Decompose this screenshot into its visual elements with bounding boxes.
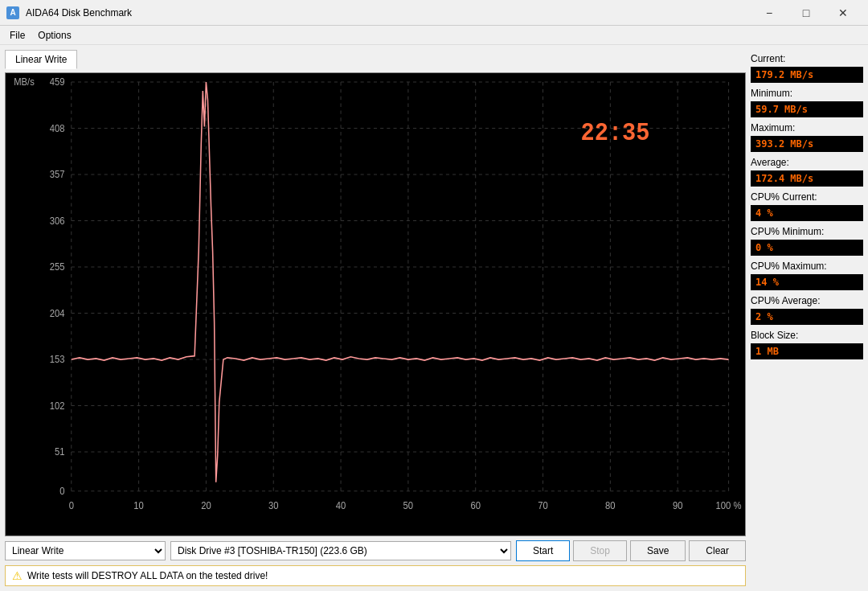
stat-cpu-current-label: CPU% Current:	[751, 191, 863, 203]
svg-text:90: 90	[673, 499, 683, 511]
svg-text:80: 80	[605, 499, 616, 511]
menu-options[interactable]: Options	[31, 28, 77, 43]
warning-text: Write tests will DESTROY ALL DATA on the…	[27, 570, 268, 581]
main-container: Linear Write	[0, 45, 868, 591]
svg-text:20: 20	[201, 499, 211, 511]
svg-text:204: 204	[50, 308, 65, 319]
warning-bar: ⚠ Write tests will DESTROY ALL DATA on t…	[5, 565, 746, 586]
stat-maximum-value: 393.2 MB/s	[751, 136, 863, 152]
svg-text:100 %: 100 %	[716, 499, 742, 511]
minimize-button[interactable]: −	[751, 0, 788, 26]
svg-text:MB/s: MB/s	[14, 76, 35, 87]
svg-text:60: 60	[470, 499, 481, 511]
stat-minimum-label: Minimum:	[751, 88, 863, 99]
window-title: AIDA64 Disk Benchmark	[26, 7, 132, 18]
save-button[interactable]: Save	[630, 540, 686, 561]
stat-block-size-label: Block Size:	[751, 330, 863, 341]
left-panel: Linear Write	[5, 50, 746, 586]
stat-average-value: 172.4 MB/s	[751, 170, 863, 187]
svg-text:50: 50	[403, 499, 414, 511]
svg-text:30: 30	[268, 499, 279, 511]
tab-bar: Linear Write	[5, 50, 746, 69]
test-type-dropdown[interactable]: Linear Write	[5, 541, 166, 560]
svg-text:10: 10	[133, 499, 144, 511]
chart-container: 459 408 357 306 255 204 153 102 51 0 MB/…	[5, 72, 746, 536]
svg-text:22:35: 22:35	[581, 119, 650, 147]
menu-file[interactable]: File	[3, 28, 31, 43]
svg-text:51: 51	[55, 446, 65, 458]
right-panel: Current: 179.2 MB/s Minimum: 59.7 MB/s M…	[751, 50, 863, 586]
svg-text:0: 0	[69, 499, 75, 511]
bottom-controls: Linear Write Disk Drive #3 [TOSHIBA-TR15…	[5, 540, 746, 562]
disk-dropdown[interactable]: Disk Drive #3 [TOSHIBA-TR150] (223.6 GB)	[170, 541, 511, 560]
svg-text:102: 102	[50, 400, 65, 412]
svg-text:70: 70	[538, 499, 548, 511]
stat-maximum-label: Maximum:	[751, 122, 863, 133]
svg-text:40: 40	[336, 499, 346, 511]
tab-linear-write[interactable]: Linear Write	[5, 50, 77, 69]
close-button[interactable]: ✕	[825, 0, 862, 26]
stat-cpu-minimum-label: CPU% Minimum:	[751, 226, 863, 237]
stop-button[interactable]: Stop	[573, 540, 627, 561]
svg-text:408: 408	[50, 123, 65, 133]
title-bar: A AIDA64 Disk Benchmark − □ ✕	[0, 0, 868, 26]
stat-cpu-current-value: 4 %	[751, 205, 863, 221]
menu-bar: File Options	[0, 26, 868, 45]
window-controls: − □ ✕	[751, 0, 862, 26]
stat-current-label: Current:	[751, 53, 863, 64]
stat-block-size-value: 1 MB	[751, 343, 863, 359]
svg-text:357: 357	[50, 169, 65, 179]
start-button[interactable]: Start	[516, 540, 570, 561]
svg-text:0: 0	[59, 486, 65, 496]
stat-minimum-value: 59.7 MB/s	[751, 101, 863, 117]
stat-cpu-minimum-value: 0 %	[751, 240, 863, 256]
chart-svg: 459 408 357 306 255 204 153 102 51 0 MB/…	[6, 73, 745, 536]
warning-icon: ⚠	[12, 569, 23, 582]
stat-current-value: 179.2 MB/s	[751, 67, 863, 83]
stat-cpu-average-value: 2 %	[751, 309, 863, 325]
maximize-button[interactable]: □	[788, 0, 825, 26]
clear-button[interactable]: Clear	[689, 540, 746, 561]
svg-text:306: 306	[50, 215, 65, 227]
app-icon: A	[6, 6, 19, 19]
stat-cpu-average-label: CPU% Average:	[751, 295, 863, 306]
svg-text:459: 459	[50, 76, 65, 87]
stat-cpu-maximum-label: CPU% Maximum:	[751, 261, 863, 272]
svg-text:153: 153	[50, 354, 65, 365]
stat-cpu-maximum-value: 14 %	[751, 274, 863, 290]
action-buttons: Start Stop Save Clear	[516, 540, 746, 561]
title-bar-left: A AIDA64 Disk Benchmark	[6, 6, 132, 19]
stat-average-label: Average:	[751, 157, 863, 168]
svg-text:255: 255	[50, 261, 65, 273]
